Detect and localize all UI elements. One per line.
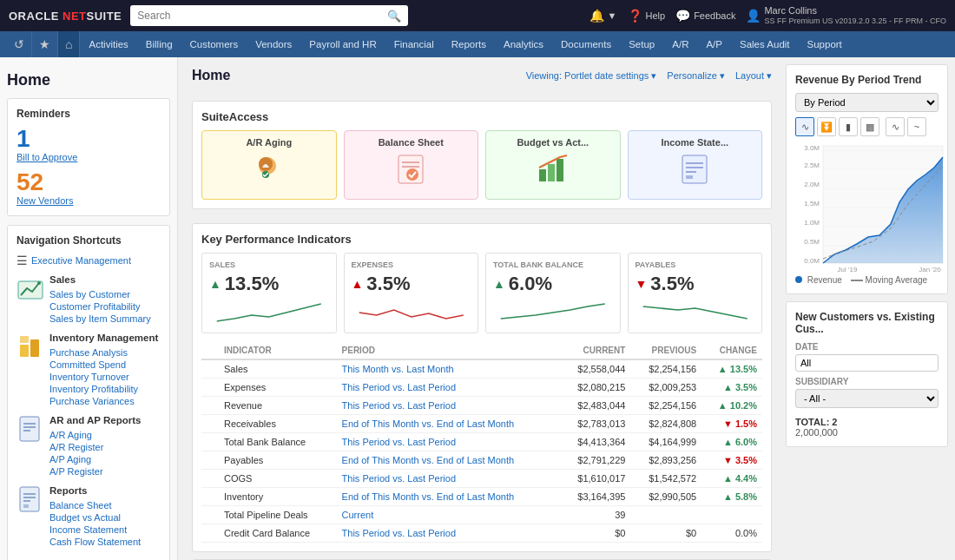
sales-by-customer-link[interactable]: Sales by Customer (49, 289, 151, 300)
help-button[interactable]: ❓ Help (628, 9, 666, 23)
payables-arrow-icon: ▼ (636, 277, 648, 291)
reminders-widget: Reminders 1 Bill to Approve 52 New Vendo… (7, 98, 170, 216)
nav-home-icon[interactable]: ⌂ (58, 31, 80, 57)
nav-ar[interactable]: A/R (663, 31, 697, 57)
row-period-link[interactable]: This Period vs. Last Period (342, 437, 456, 447)
nav-payroll[interactable]: Payroll and HR (300, 31, 385, 57)
nav-support[interactable]: Support (799, 31, 851, 57)
nav-ap[interactable]: A/P (697, 31, 731, 57)
row-period-link[interactable]: End of This Month vs. End of Last Month (342, 455, 515, 465)
kpi-sales-card: SALES ▲13.5% (201, 253, 337, 333)
row-indicator: Credit Card Balance (219, 524, 337, 543)
feedback-label: Feedback (694, 10, 735, 21)
inventory-turnover-link[interactable]: Inventory Turnover (49, 372, 158, 382)
bill-link[interactable]: Bill to Approve (16, 152, 77, 162)
nav-analytics[interactable]: Analytics (495, 31, 552, 57)
row-current: 39 (560, 506, 631, 524)
row-period-link[interactable]: This Period vs. Last Period (342, 400, 456, 411)
purchase-analysis-link[interactable]: Purchase Analysis (49, 347, 158, 358)
row-current: $2,483,044 (560, 397, 631, 415)
personalize-button[interactable]: Personalize ▾ (667, 70, 725, 82)
bar-chart-icon[interactable]: ▮ (839, 117, 858, 136)
sales-by-item-link[interactable]: Sales by Item Summary (49, 313, 151, 324)
ar-register-link[interactable]: A/R Register (49, 442, 141, 452)
period-select[interactable]: By Period By Month By Quarter By Year (795, 93, 939, 112)
nav-financial[interactable]: Financial (385, 31, 443, 57)
cash-flow-link[interactable]: Cash Flow Statement (49, 537, 141, 547)
area-chart-icon[interactable]: ⏬ (817, 117, 836, 136)
ar-aging-link[interactable]: A/R Aging (49, 430, 141, 440)
nav-billing[interactable]: Billing (137, 31, 181, 57)
feedback-button[interactable]: 💬 Feedback (675, 9, 735, 23)
ar-aging-card[interactable]: A/R Aging (201, 130, 337, 200)
customer-profitability-link[interactable]: Customer Profitability (49, 301, 151, 312)
kpi-bank-value: ▲6.0% (493, 273, 613, 295)
nav-customers[interactable]: Customers (181, 31, 247, 57)
page-header-actions: Viewing: Portlet date settings ▾ Persona… (526, 70, 772, 82)
search-input[interactable] (137, 10, 382, 22)
home-title: Home (192, 68, 230, 83)
exec-section: ☰ Executive Management (16, 254, 161, 267)
ap-register-link[interactable]: A/P Register (49, 466, 141, 477)
layout-button[interactable]: Layout ▾ (735, 70, 772, 82)
row-period-link[interactable]: This Period vs. Last Period (342, 473, 456, 484)
nav-favorites-icon[interactable]: ★ (32, 31, 58, 57)
row-change: ▼ 3.5% (701, 451, 762, 470)
kpi-payables-sparkline (636, 300, 755, 326)
table-row: Sales This Month vs. Last Month $2,558,0… (201, 359, 762, 379)
nav-setup[interactable]: Setup (620, 31, 663, 57)
nav-reports[interactable]: Reports (443, 31, 495, 57)
row-previous: $0 (630, 524, 701, 543)
combo-chart-icon[interactable]: ▩ (860, 117, 879, 136)
balance-sheet-link[interactable]: Balance Sheet (49, 500, 141, 511)
row-change (701, 506, 762, 524)
table-row: Inventory End of This Month vs. End of L… (201, 488, 762, 506)
income-statement-link[interactable]: Income Statement (49, 524, 141, 535)
inventory-profitability-link[interactable]: Inventory Profitability (49, 384, 158, 394)
vendor-link[interactable]: New Vendors (16, 195, 73, 206)
portlet-date-settings[interactable]: Viewing: Portlet date settings ▾ (526, 70, 657, 82)
row-period-link[interactable]: Current (342, 510, 374, 520)
committed-spend-link[interactable]: Committed Spend (49, 359, 158, 370)
ap-aging-link[interactable]: A/P Aging (49, 454, 141, 464)
nav-vendors[interactable]: Vendors (247, 31, 300, 57)
nav-items: Activities Billing Customers Vendors Pay… (80, 31, 850, 57)
user-sub: SS FF Premium US v2019.2.0 3.25 - FF PRM… (764, 16, 946, 26)
nav-recent-icon[interactable]: ↺ (7, 31, 32, 57)
nav-sales-audit[interactable]: Sales Audit (731, 31, 799, 57)
svg-text:Jul '19: Jul '19 (838, 266, 858, 273)
balance-sheet-card[interactable]: Balance Sheet (344, 130, 479, 200)
row-period-link[interactable]: End of This Month vs. End of Last Month (342, 418, 515, 429)
nav-activities[interactable]: Activities (80, 31, 136, 57)
income-state-card[interactable]: Income State... (628, 130, 763, 200)
user-icon: 👤 (746, 9, 761, 23)
nav-documents[interactable]: Documents (552, 31, 620, 57)
trend-chart-icon[interactable]: ~ (907, 117, 926, 136)
line-chart-icon[interactable]: ∿ (795, 117, 814, 136)
date-input[interactable] (795, 354, 939, 372)
chart5-icon[interactable]: ∿ (886, 117, 905, 136)
notifications-button[interactable]: 🔔 ▼ (589, 9, 617, 23)
row-period-link[interactable]: End of This Month vs. End of Last Month (342, 491, 515, 502)
search-icon[interactable]: 🔍 (387, 10, 401, 23)
exec-link[interactable]: ☰ Executive Management (16, 254, 161, 267)
row-indicator: Inventory (219, 488, 337, 506)
budget-vs-act-card[interactable]: Budget vs Act... (485, 130, 621, 200)
table-row: Revenue This Period vs. Last Period $2,4… (201, 397, 762, 415)
search-bar[interactable]: 🔍 (130, 5, 408, 26)
kpi-cards: SALES ▲13.5% EXPENSES ▲3.5% (201, 253, 762, 333)
total-value: 2,000,000 (795, 427, 939, 438)
subsidiary-select[interactable]: - All - (795, 389, 939, 408)
row-period-link[interactable]: This Period vs. Last Period (342, 382, 456, 392)
purchase-variances-link[interactable]: Purchase Variances (49, 396, 158, 406)
row-current: $2,791,229 (560, 451, 631, 470)
row-period-link[interactable]: This Month vs. Last Month (342, 364, 454, 374)
kpi-bank-card: TOTAL BANK BALANCE ▲6.0% (485, 253, 621, 333)
sales-section: Sales Sales by Customer Customer Profita… (16, 274, 161, 326)
budget-vs-actual-link[interactable]: Budget vs Actual (49, 512, 141, 523)
user-menu[interactable]: 👤 Marc Collins SS FF Premium US v2019.2.… (746, 5, 946, 26)
row-change: ▲ 5.8% (701, 488, 762, 506)
row-period-link[interactable]: This Period vs. Last Period (342, 528, 456, 538)
revenue-legend-dot (795, 276, 802, 283)
date-label: DATE (795, 342, 939, 352)
